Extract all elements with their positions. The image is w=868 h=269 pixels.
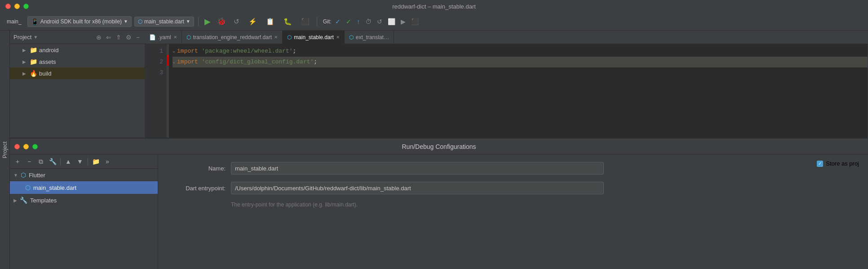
editor-panel: 📄 .yaml ✕ ⬡ translation_engine_reddwarf.…: [145, 31, 868, 138]
config-title-bar: Run/Debug Configurations: [10, 139, 868, 155]
tab-yaml[interactable]: 📄 .yaml ✕: [145, 31, 182, 44]
name-label: Name:: [167, 165, 226, 172]
config-name-row: Name:: [167, 162, 859, 175]
project-panel: Project ▼ ⊕ ⇐ ⇑ ⚙ −: [10, 31, 145, 138]
tab-main-stable-close[interactable]: ✕: [336, 35, 340, 40]
config-close-button[interactable]: [14, 144, 20, 149]
config-min-button[interactable]: [23, 144, 29, 149]
editor-top: Project ▼ ⊕ ⇐ ⇑ ⚙ −: [10, 31, 868, 139]
toolbar-separator-1: [198, 17, 199, 26]
config-tree-main-stable[interactable]: ⬡ main_stable.dart: [10, 181, 158, 194]
config-sidebar: + − ⧉ 🔧 ▲ ▼ 📁 » ▼: [10, 155, 158, 269]
config-move-down-button[interactable]: ▼: [75, 157, 85, 166]
panel-scroll-icon[interactable]: ⇐: [105, 33, 113, 42]
window-controls: [5, 4, 29, 9]
yaml-file-icon: 📄: [149, 34, 156, 40]
git-stop-icon[interactable]: ⬛: [410, 17, 420, 26]
config-more-button[interactable]: »: [102, 157, 112, 166]
fold-icon-1[interactable]: ⌄: [173, 46, 175, 57]
app-container: reddwarf-dict – main_stable.dart main_ 📱…: [0, 0, 868, 269]
minimize-button[interactable]: [14, 4, 20, 9]
panel-header: Project ▼ ⊕ ⇐ ⇑ ⚙ −: [10, 31, 145, 44]
tree-item-assets[interactable]: ▶ 📁 assets: [10, 56, 145, 67]
config-tree-flutter-group[interactable]: ▼ ⬡ Flutter: [10, 169, 158, 181]
panel-settings-icon[interactable]: ⚙: [124, 33, 133, 42]
tab-ext-translat[interactable]: ⬡ ext_translat…: [345, 31, 394, 44]
semicolon-2: ;: [314, 57, 317, 67]
tree-item-android[interactable]: ▶ 📁 android: [10, 44, 145, 56]
run-config-selector[interactable]: main_: [4, 17, 25, 26]
config-copy-button[interactable]: ⧉: [36, 157, 46, 166]
maximize-button[interactable]: [23, 4, 29, 9]
reload-button[interactable]: 🐛: [280, 16, 295, 27]
git-history-icon[interactable]: ⏱: [364, 17, 373, 26]
entrypoint-hint: The entry-point for the application (e.g…: [231, 202, 859, 208]
git-diff-icon[interactable]: ⬜: [386, 17, 397, 26]
editor-content: 1 2 3 ⌄ import 'package:whee: [145, 44, 868, 138]
line-num-3: 3: [159, 67, 163, 78]
flutter-group-icon: ⬡: [21, 171, 26, 179]
panel-dropdown-icon[interactable]: ▼: [33, 35, 38, 40]
git-run-icon[interactable]: ▶: [399, 17, 407, 26]
flutter-logo-icon: 📱: [31, 18, 39, 25]
stop-button[interactable]: ⬛: [298, 16, 313, 27]
str-config: 'config/dict_global_config.dart': [198, 57, 314, 67]
bookmark-gutter: [167, 44, 169, 138]
config-add-button[interactable]: +: [13, 157, 22, 166]
tree-item-build[interactable]: ▶ 🔥 build: [10, 67, 145, 79]
tab-main-stable[interactable]: ⬡ main_stable.dart ✕: [283, 31, 345, 44]
attach-button[interactable]: 📋: [263, 16, 278, 27]
tab-translation-engine[interactable]: ⬡ translation_engine_reddwarf.dart ✕: [182, 31, 283, 44]
current-file-selector[interactable]: ⬡ main_stable.dart ▼: [134, 17, 194, 27]
tab-translation-close[interactable]: ✕: [274, 35, 278, 40]
tab-yaml-close[interactable]: ✕: [173, 35, 177, 40]
close-button[interactable]: [5, 4, 11, 9]
code-line-2: ⌄ import 'config/dict_global_config.dart…: [173, 57, 868, 67]
toolbar-separator-2: [317, 17, 317, 26]
config-main-form: ✓ Store as proj Name: Dart entrypoint:: [158, 155, 868, 269]
tree-label-assets: assets: [39, 58, 56, 65]
tree-label-build: build: [39, 70, 51, 77]
rerun-button[interactable]: ↺: [230, 16, 243, 27]
git-push-icon[interactable]: ↑: [355, 17, 361, 26]
flutter-group-arrow: ▼: [13, 173, 18, 178]
panel-add-icon[interactable]: ⊕: [95, 33, 103, 42]
config-settings-button[interactable]: 🔧: [48, 157, 58, 166]
code-area[interactable]: ⌄ import 'package:wheel/wheel.dart' ; ⌄ …: [169, 44, 868, 138]
code-line-1: ⌄ import 'package:wheel/wheel.dart' ;: [173, 46, 868, 57]
tab-ext-label: ext_translat…: [356, 34, 389, 40]
folder-assets-icon: 📁: [30, 58, 37, 65]
semicolon-1: ;: [292, 46, 296, 57]
device-selector[interactable]: 📱 Android SDK built for x86 (mobile) ▼: [27, 16, 132, 27]
config-remove-button[interactable]: −: [24, 157, 34, 166]
collapse-arrow-android: ▶: [22, 48, 28, 53]
config-folder-button[interactable]: 📁: [91, 157, 101, 166]
line-gutter: 1 2 3: [145, 44, 167, 138]
git-commit-icon[interactable]: ✓: [345, 17, 353, 26]
git-fetch-icon[interactable]: ✓: [334, 17, 342, 26]
name-input[interactable]: [231, 162, 604, 175]
dart-icon-translation: ⬡: [186, 34, 191, 40]
window-title: reddwarf-dict – main_stable.dart: [392, 3, 476, 10]
fold-icon-2[interactable]: ⌄: [173, 57, 175, 67]
config-max-button[interactable]: [32, 144, 38, 149]
run-button[interactable]: ▶: [203, 16, 213, 27]
content-area: Project Project ▼ ⊕ ⇐ ⇑: [0, 31, 868, 269]
pause-button[interactable]: ⚡: [245, 16, 260, 27]
project-tab-vertical[interactable]: Project: [0, 31, 10, 269]
main-stable-config-label: main_stable.dart: [33, 184, 76, 191]
panel-collapse-icon[interactable]: ⇑: [115, 33, 123, 42]
templates-icon: 🔧: [20, 197, 27, 204]
entrypoint-input[interactable]: [231, 182, 604, 194]
debug-button[interactable]: 🐞: [215, 16, 228, 27]
top-toolbar: main_ 📱 Android SDK built for x86 (mobil…: [0, 13, 868, 31]
config-move-up-button[interactable]: ▲: [63, 157, 73, 166]
chevron-down-icon: ▼: [124, 19, 128, 24]
store-as-checkbox[interactable]: ✓: [817, 161, 823, 167]
tree-label-android: android: [39, 47, 58, 54]
main-stable-flutter-icon: ⬡: [25, 184, 31, 191]
config-dialog-title: Run/Debug Configurations: [402, 143, 476, 150]
panel-minimize-icon[interactable]: −: [135, 33, 141, 42]
config-tree-templates[interactable]: ▶ 🔧 Templates: [10, 194, 158, 206]
git-revert-icon[interactable]: ↺: [376, 17, 384, 26]
